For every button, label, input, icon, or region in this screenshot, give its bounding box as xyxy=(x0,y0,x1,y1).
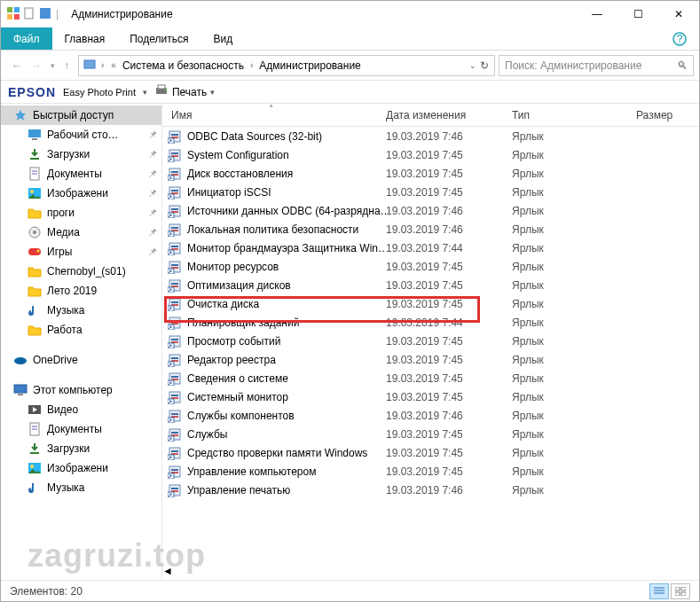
sidebar-this-pc[interactable]: Этот компьютер xyxy=(1,380,161,400)
file-row[interactable]: Управление компьютером19.03.2019 7:45Ярл… xyxy=(162,462,699,481)
file-type: Ярлык xyxy=(512,298,636,310)
sidebar-item[interactable]: Медиа📌︎ xyxy=(1,223,161,242)
file-type: Ярлык xyxy=(512,223,636,236)
back-button[interactable]: ← xyxy=(12,59,22,72)
column-type[interactable]: Тип xyxy=(503,104,627,126)
file-row[interactable]: Управление печатью19.03.2019 7:46Ярлык xyxy=(162,481,699,499)
file-row[interactable]: Очистка диска19.03.2019 7:45Ярлык xyxy=(162,294,699,313)
sidebar-item[interactable]: Видео xyxy=(1,400,161,419)
sidebar-item[interactable]: Музыка xyxy=(1,301,161,320)
file-row[interactable]: Диск восстановления19.03.2019 7:45Ярлык xyxy=(162,164,699,183)
file-row[interactable]: Источники данных ODBC (64-разрядна…19.03… xyxy=(162,201,699,220)
file-name: Локальная политика безопасности xyxy=(187,223,358,236)
column-size[interactable]: Размер xyxy=(627,104,699,126)
qat-doc-icon[interactable] xyxy=(22,6,36,23)
svg-rect-83 xyxy=(171,339,178,340)
file-list[interactable]: ODBC Data Sources (32-bit)19.03.2019 7:4… xyxy=(162,127,699,565)
file-row[interactable]: Службы19.03.2019 7:45Ярлык xyxy=(162,425,699,443)
navigation-pane[interactable]: Быстрый доступ Рабочий сто…📌︎Загрузки📌︎Д… xyxy=(1,104,162,580)
sidebar-item[interactable]: Лето 2019 xyxy=(1,281,161,301)
forward-button[interactable]: → xyxy=(31,59,42,72)
file-row[interactable]: Инициатор iSCSI19.03.2019 7:45Ярлык xyxy=(162,183,699,201)
file-type: Ярлык xyxy=(512,410,636,422)
file-row[interactable]: Редактор реестра19.03.2019 7:45Ярлык xyxy=(162,350,699,369)
chevron-right-icon[interactable]: « xyxy=(108,60,119,70)
qat-save-icon[interactable] xyxy=(38,6,52,23)
file-row[interactable]: Монитор брандмауэра Защитника Win…19.03.… xyxy=(162,238,699,257)
up-button[interactable]: ↑ xyxy=(64,59,69,72)
breadcrumb-root-icon[interactable] xyxy=(83,57,97,74)
file-row[interactable]: Оптимизация дисков19.03.2019 7:45Ярлык xyxy=(162,276,699,294)
shortcut-icon xyxy=(168,316,182,330)
file-type: Ярлык xyxy=(512,447,636,459)
folder-icon xyxy=(28,284,42,298)
sidebar-item[interactable]: Загрузки📌︎ xyxy=(1,145,161,164)
file-row[interactable]: Планировщик заданий19.03.2019 7:44Ярлык xyxy=(162,313,699,332)
tab-view[interactable]: Вид xyxy=(201,27,245,50)
epson-dropdown-icon[interactable]: ▾ xyxy=(143,88,147,97)
column-date[interactable]: Дата изменения xyxy=(377,104,503,126)
svg-rect-87 xyxy=(171,357,178,359)
svg-rect-63 xyxy=(171,246,178,247)
sidebar-item[interactable]: проги📌︎ xyxy=(1,203,161,223)
chevron-right-icon[interactable]: › xyxy=(248,60,256,70)
folder-icon xyxy=(28,264,42,278)
print-button[interactable]: Печать ▾ xyxy=(154,83,215,100)
breadcrumb-segment[interactable]: Администрирование xyxy=(257,59,362,72)
help-button[interactable]: ? xyxy=(660,27,699,50)
sidebar-item[interactable]: Документы xyxy=(1,419,161,439)
file-row[interactable]: Средство проверки памяти Windows19.03.20… xyxy=(162,443,699,462)
epson-toolbar: EPSON Easy Photo Print ▾ Печать ▾ xyxy=(1,81,699,104)
sidebar-item[interactable]: Рабочий сто…📌︎ xyxy=(1,125,161,145)
sidebar-item[interactable]: Загрузки xyxy=(1,439,161,458)
breadcrumb[interactable]: › « Система и безопасность › Администрир… xyxy=(78,55,495,76)
sidebar-item[interactable]: Документы📌︎ xyxy=(1,164,161,184)
recent-dropdown[interactable]: ▾ xyxy=(51,61,55,70)
file-row[interactable]: ODBC Data Sources (32-bit)19.03.2019 7:4… xyxy=(162,127,699,145)
file-row[interactable]: Службы компонентов19.03.2019 7:46Ярлык xyxy=(162,406,699,425)
tab-home[interactable]: Главная xyxy=(52,27,118,50)
breadcrumb-segment[interactable]: Система и безопасность xyxy=(121,59,246,72)
file-row[interactable]: Монитор ресурсов19.03.2019 7:45Ярлык xyxy=(162,257,699,276)
view-icons-button[interactable] xyxy=(671,583,690,599)
file-row[interactable]: Системный монитор19.03.2019 7:45Ярлык xyxy=(162,387,699,406)
scroll-left-icon[interactable]: ◄ xyxy=(162,565,699,577)
file-row[interactable]: Сведения о системе19.03.2019 7:45Ярлык xyxy=(162,369,699,387)
sidebar-item[interactable]: Игры📌︎ xyxy=(1,242,161,262)
refresh-icon[interactable]: ↻ xyxy=(480,59,489,72)
close-button[interactable]: ✕ xyxy=(658,1,699,27)
horizontal-scrollbar[interactable]: ◄ ► xyxy=(162,565,699,580)
search-input[interactable]: Поиск: Администрирование 🔍︎ xyxy=(499,55,694,76)
sidebar-item[interactable]: Изображени📌︎ xyxy=(1,184,161,203)
file-row[interactable]: Локальная политика безопасности19.03.201… xyxy=(162,220,699,238)
sidebar-item[interactable]: Изображени xyxy=(1,458,161,478)
sidebar-onedrive[interactable]: OneDrive xyxy=(1,350,161,370)
file-row[interactable]: System Configuration19.03.2019 7:45Ярлык xyxy=(162,145,699,164)
search-icon[interactable]: 🔍︎ xyxy=(677,59,688,72)
view-details-button[interactable] xyxy=(649,583,669,599)
chevron-right-icon[interactable]: › xyxy=(98,60,106,70)
history-dropdown-icon[interactable]: ⌄ xyxy=(469,61,476,70)
sidebar-quick-access[interactable]: Быстрый доступ xyxy=(1,106,161,125)
svg-rect-47 xyxy=(171,171,178,173)
scroll-right-icon[interactable]: ► xyxy=(162,577,699,580)
sidebar-item[interactable]: Музыка xyxy=(1,478,161,497)
file-name: Очистка диска xyxy=(187,298,259,310)
sidebar-item[interactable]: Chernobyl_(s01) xyxy=(1,262,161,281)
maximize-button[interactable]: ☐ xyxy=(617,1,658,27)
documents-icon xyxy=(28,422,42,436)
svg-rect-99 xyxy=(171,413,178,415)
tab-file[interactable]: Файл xyxy=(1,27,52,50)
address-bar: ← → ▾ ↑ › « Система и безопасность › Адм… xyxy=(1,51,699,81)
print-dropdown-icon[interactable]: ▾ xyxy=(210,88,215,97)
video-icon xyxy=(28,403,42,417)
file-row[interactable]: Просмотр событий19.03.2019 7:45Ярлык xyxy=(162,332,699,350)
file-date: 19.03.2019 7:45 xyxy=(386,149,512,161)
minimize-button[interactable]: — xyxy=(577,1,617,27)
sidebar-item[interactable]: Работа xyxy=(1,320,161,340)
file-name: Системный монитор xyxy=(187,391,288,403)
svg-rect-13 xyxy=(28,129,41,137)
epson-logo: EPSON xyxy=(8,85,56,99)
file-date: 19.03.2019 7:44 xyxy=(386,242,512,254)
tab-share[interactable]: Поделиться xyxy=(117,27,201,50)
